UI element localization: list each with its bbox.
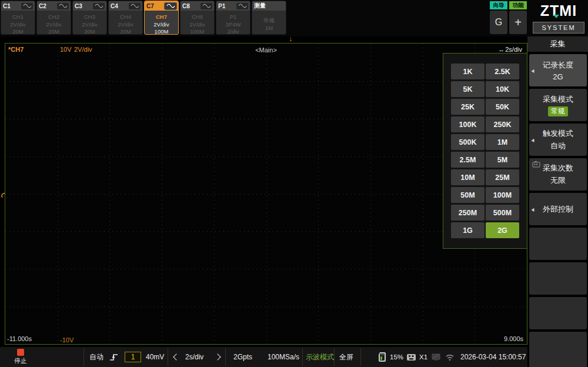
channel-tab-header: 测量: [252, 1, 286, 11]
waveform-icon: [201, 3, 212, 9]
channel-tab-line: 2V/div: [109, 21, 142, 29]
mode-badge: 常规: [548, 106, 568, 116]
sidebar-button-label: 触发模式: [543, 128, 573, 139]
sidebar-button-empty[interactable]: [529, 297, 587, 329]
system-button[interactable]: SYSTEM: [533, 22, 584, 34]
oscilloscope-screen: C1CH12V/div20MC2CH22V/div20MC3CH32V/div2…: [0, 0, 588, 367]
record-length-option-500m[interactable]: 500M: [486, 205, 519, 221]
channel-tab-id: C2: [39, 3, 46, 9]
channel-offset-label: 10V: [60, 46, 72, 53]
channel-tab-line: 2V/div: [37, 21, 71, 29]
channel-tab-body: CH22V/div20M: [37, 11, 71, 35]
sidebar-button-empty[interactable]: [529, 332, 587, 367]
record-length-option-100k[interactable]: 100K: [451, 116, 485, 132]
record-length-option-2-5k[interactable]: 2.5K: [486, 64, 519, 79]
channel-tab-header: C4: [109, 1, 142, 11]
channel-tab-c7[interactable]: C7CH72V/div100M: [144, 1, 179, 35]
record-length-option-25m[interactable]: 25M: [486, 169, 519, 185]
divider: [302, 348, 303, 366]
waveform-icon: [236, 3, 248, 9]
sidebar-button-value: 无限: [550, 175, 566, 186]
sidebar-button-empty[interactable]: [529, 228, 587, 260]
timebase-readout[interactable]: 2s/div: [185, 347, 203, 367]
channel-tab-header: C8: [181, 1, 214, 11]
waveform-icon: [129, 3, 141, 9]
record-length-option-100m[interactable]: 100M: [486, 187, 519, 203]
stop-icon: [17, 349, 24, 356]
channel-tab-line: 2V/div: [73, 21, 106, 29]
sidebar-button-external-control[interactable]: ◀外部控制: [529, 193, 587, 225]
record-length-option-2g[interactable]: 2G: [486, 222, 519, 238]
sidebar-button-label: 采集次数: [543, 163, 573, 174]
channel-tab-line: 1M: [252, 25, 286, 32]
record-length-option-10k[interactable]: 10K: [486, 81, 519, 97]
record-length-option-250k[interactable]: 250K: [486, 116, 519, 132]
grid-line-horizontal: [5, 306, 527, 307]
sidebar-button-record-length[interactable]: ◀记录长度2G: [529, 54, 587, 86]
sidebar-button-acquire-mode[interactable]: 采集模式常规: [529, 89, 587, 121]
function-badge: 功能: [509, 1, 527, 9]
sidebar-title: 采集: [527, 36, 588, 52]
fullscreen-button[interactable]: 全屏: [339, 347, 353, 367]
scope-mode-label[interactable]: 示波模式: [306, 347, 334, 367]
record-length-option-10m[interactable]: 10M: [451, 169, 485, 185]
usb-count-label: X1: [419, 347, 427, 367]
record-length-option-500k[interactable]: 500K: [451, 134, 485, 150]
trigger-level-label[interactable]: 40mV: [146, 347, 164, 367]
channel-tab-c4[interactable]: C4CH42V/div20M: [108, 1, 143, 35]
channel-tab-id: C1: [3, 3, 11, 9]
record-length-option-5k[interactable]: 5K: [451, 81, 485, 97]
channel-tab-body: CH72V/div100M: [145, 11, 178, 35]
datetime-label: 2026-03-04 15:00:57: [460, 347, 526, 367]
record-length-option-50k[interactable]: 50K: [486, 99, 519, 115]
channel-tab-p1[interactable]: P1P13P4W2/div: [216, 1, 250, 35]
storage-card-icon: [378, 347, 386, 367]
sidebar-button-empty[interactable]: [529, 262, 587, 295]
channel-tab-line: 20M: [37, 28, 71, 35]
record-length-option-25k[interactable]: 25K: [451, 99, 485, 115]
channel-tab-c1[interactable]: C1CH12V/div20M: [1, 1, 35, 35]
channel-scale-label: 2V/div: [74, 46, 92, 53]
channel-tab-c2[interactable]: C2CH22V/div20M: [36, 1, 71, 35]
time-axis-end-label: 9.000s: [504, 335, 523, 342]
record-length-option-1g[interactable]: 1G: [451, 222, 485, 238]
trigger-source-box[interactable]: 1: [125, 352, 141, 362]
channel-tab-id: C4: [111, 3, 118, 9]
top-channel-bar: C1CH12V/div20MC2CH22V/div20MC3CH32V/div2…: [0, 0, 588, 36]
waveform-icon: [57, 3, 69, 9]
channel-tab-header: C3: [73, 1, 106, 11]
left-arrow-icon: ◀: [532, 137, 534, 142]
timebase-label: ↔ 2s/div: [498, 46, 522, 53]
channel-tab-measure[interactable]: 测量常规1M: [252, 1, 286, 35]
wizard-button[interactable]: G: [490, 11, 507, 34]
timebase-decrease-button[interactable]: [174, 347, 179, 367]
record-length-option-50m[interactable]: 50M: [451, 187, 485, 203]
divider: [168, 348, 168, 366]
channel-tab-id: C7: [146, 3, 154, 9]
trigger-mode-label[interactable]: 自动: [89, 347, 103, 367]
display-output-icon: [432, 347, 440, 367]
record-length-option-5m[interactable]: 5M: [486, 152, 519, 168]
sidebar-button-acquire-count[interactable]: 采集次数无限: [529, 158, 587, 191]
trigger-position-marker-icon[interactable]: ↓: [289, 34, 293, 43]
channel-tab-line: 2V/div: [145, 21, 178, 29]
waveform-icon: [165, 3, 176, 9]
stop-button[interactable]: 停止: [12, 347, 29, 367]
sidebar-button-label: 记录长度: [543, 60, 573, 71]
channel-tab-c8[interactable]: C8CH82V/div100M: [180, 1, 215, 35]
channel-tab-line: CH8: [181, 14, 214, 21]
channel-tab-line: 100M: [181, 28, 214, 35]
channel-tab-c3[interactable]: C3CH32V/div20M: [72, 1, 107, 35]
left-arrow-icon: ◀: [532, 206, 534, 212]
record-length-option-2-5m[interactable]: 2.5M: [451, 152, 485, 168]
record-length-option-1k[interactable]: 1K: [451, 64, 485, 79]
grid-line-horizontal: [5, 269, 527, 269]
record-length-option-250m[interactable]: 250M: [451, 205, 485, 221]
sidebar-button-trigger-mode[interactable]: ◀触发模式自动: [529, 124, 587, 156]
record-length-option-1m[interactable]: 1M: [486, 134, 519, 150]
bottom-status-bar: 停止 自动 1 40mV 2s/div 2Gpts 100MSa/s 示波模式 …: [0, 347, 527, 367]
storage-percent-label: 15%: [390, 347, 403, 367]
add-function-button[interactable]: +: [509, 11, 527, 34]
window-label: <Main>: [255, 46, 277, 54]
timebase-increase-button[interactable]: [215, 347, 220, 367]
